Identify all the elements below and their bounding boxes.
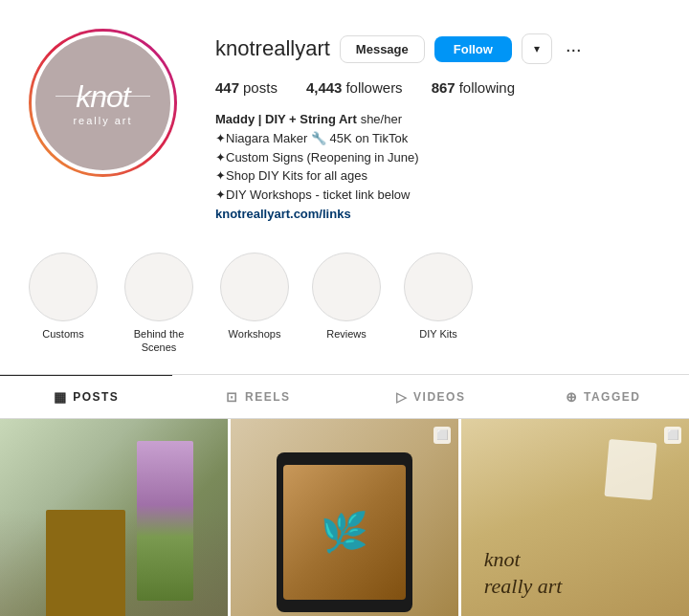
post-2-media-icon: ⬜	[436, 429, 448, 440]
reels-icon: ⊡	[226, 389, 239, 405]
highlight-circle-workshops	[220, 253, 289, 321]
post-3-corner-icon-wrapper: ⬜	[664, 427, 681, 444]
highlight-circle-diy	[404, 253, 473, 321]
tab-videos-label: VIDEOS	[413, 390, 465, 404]
highlight-label-behind: Behind the Scenes	[121, 327, 197, 355]
following-count: 867	[432, 79, 456, 96]
post-1-wood-element	[46, 510, 125, 616]
highlight-circle-customs	[29, 253, 98, 321]
highlight-item[interactable]: Reviews	[312, 253, 381, 355]
tab-reels-label: REELS	[245, 390, 291, 404]
highlight-item[interactable]: DIY Kits	[404, 253, 473, 355]
posts-count: 447	[215, 79, 239, 96]
follow-button[interactable]: Follow	[434, 36, 512, 62]
tabs-row: ▦ POSTS ⊡ REELS ▷ VIDEOS ⊕ TAGGED	[0, 375, 689, 419]
stats-row: 447 posts 4,443 followers 867 following	[215, 79, 660, 96]
avatar-logo: knot really art	[73, 78, 132, 128]
post-2-tablet: 🌿	[277, 452, 413, 612]
posts-grid-icon: ▦	[54, 389, 68, 405]
post-2-corner-icon-wrapper: ⬜	[433, 427, 451, 444]
bio-section: Maddy | DIY + String Art she/her ✦Niagar…	[215, 109, 660, 224]
highlight-label-workshops: Workshops	[229, 327, 281, 341]
highlight-item[interactable]: Customs	[29, 253, 98, 355]
bio-line-3: ✦Shop DIY Kits for all ages	[215, 166, 660, 186]
posts-label: posts	[243, 79, 278, 96]
posts-stat[interactable]: 447 posts	[215, 79, 278, 96]
post-item[interactable]: 🌿 ⬜	[231, 419, 458, 616]
followers-label: followers	[345, 79, 402, 96]
avatar: knot really art	[32, 32, 174, 174]
post-3-tag	[605, 439, 657, 500]
bio-name-line: Maddy | DIY + String Art she/her	[215, 109, 660, 129]
following-label: following	[459, 79, 515, 96]
post-3-text: knotreally art	[484, 546, 563, 601]
post-item[interactable]: knotreally art ⬜	[461, 419, 689, 616]
followers-count: 4,443	[306, 79, 343, 96]
post-1-lavender-element	[137, 441, 194, 601]
profile-section: knot really art knotreallyart Message Fo…	[0, 0, 689, 243]
username: knotreallyart	[215, 36, 330, 61]
bio-line-2: ✦Custom Signs (Reopening in June)	[215, 148, 660, 167]
posts-grid: 🌿 ⬜ knotreally art ⬜	[0, 419, 689, 616]
avatar-decoration	[56, 96, 150, 97]
highlight-circle-behind	[124, 253, 193, 321]
follow-dropdown-button[interactable]: ▾	[522, 33, 552, 64]
post-2-screen: 🌿	[283, 465, 407, 601]
post-item[interactable]	[0, 419, 228, 616]
ellipsis-icon: ···	[566, 38, 582, 60]
videos-icon: ▷	[396, 389, 409, 405]
bio-name: Maddy | DIY + String Art	[215, 112, 357, 126]
bio-pronoun: she/her	[361, 112, 402, 126]
tab-reels[interactable]: ⊡ REELS	[172, 375, 344, 418]
highlight-item[interactable]: Behind the Scenes	[121, 253, 197, 355]
avatar-text-line1: knot	[73, 78, 132, 115]
post-2-leaf: 🌿	[321, 510, 368, 555]
bio-line-1: ✦Niagara Maker 🔧 45K on TikTok	[215, 129, 660, 148]
highlight-item[interactable]: Workshops	[220, 253, 289, 355]
bio-line-4: ✦DIY Workshops - ticket link below	[215, 186, 660, 205]
following-stat[interactable]: 867 following	[432, 79, 515, 96]
avatar-wrapper[interactable]: knot really art	[29, 29, 177, 177]
bio-link[interactable]: knotreallyart.com/links	[215, 207, 351, 221]
tagged-icon: ⊕	[566, 389, 579, 405]
followers-stat[interactable]: 4,443 followers	[306, 79, 403, 96]
profile-info: knotreallyart Message Follow ▾ ··· 447 p…	[215, 29, 660, 224]
highlight-label-customs: Customs	[42, 327, 83, 341]
tab-posts[interactable]: ▦ POSTS	[0, 375, 172, 418]
tab-tagged-label: TAGGED	[584, 390, 640, 404]
avatar-text-line2: really art	[73, 115, 132, 127]
chevron-down-icon: ▾	[534, 42, 540, 55]
message-button[interactable]: Message	[340, 35, 425, 63]
tab-posts-label: POSTS	[73, 390, 119, 404]
highlights-section: Customs Behind the Scenes Workshops Revi…	[0, 243, 689, 374]
tab-tagged[interactable]: ⊕ TAGGED	[517, 375, 689, 418]
highlight-label-diy: DIY Kits	[419, 327, 457, 341]
more-options-button[interactable]: ···	[562, 38, 586, 60]
username-row: knotreallyart Message Follow ▾ ···	[215, 33, 660, 64]
highlight-circle-reviews	[312, 253, 381, 321]
tab-videos[interactable]: ▷ VIDEOS	[344, 375, 517, 418]
post-3-media-icon: ⬜	[667, 429, 678, 440]
highlight-label-reviews: Reviews	[326, 327, 367, 341]
